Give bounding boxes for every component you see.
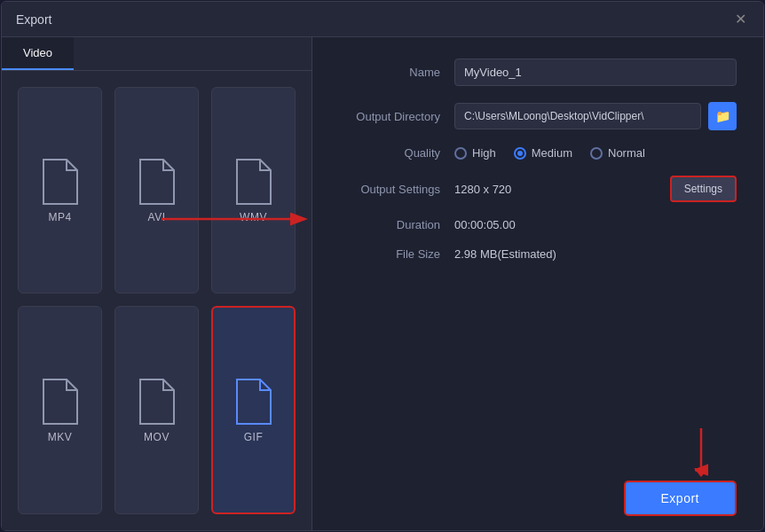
output-settings-value: 1280 x 720 xyxy=(454,183,652,196)
export-button[interactable]: Export xyxy=(624,481,737,516)
file-size-row: File Size 2.98 MB(Estimated) xyxy=(339,247,737,261)
quality-normal-radio[interactable] xyxy=(590,147,603,160)
folder-icon: 📁 xyxy=(715,109,730,123)
quality-row: Quality High Medium xyxy=(339,146,737,160)
output-dir-row: Output Directory 📁 xyxy=(339,102,737,130)
quality-high-option[interactable]: High xyxy=(454,146,496,160)
duration-value: 00:00:05.00 xyxy=(454,218,516,231)
name-label: Name xyxy=(339,66,454,79)
mov-icon xyxy=(137,378,177,426)
dialog-content: Video MP4 xyxy=(2,37,763,530)
settings-button[interactable]: Settings xyxy=(670,176,737,202)
wmv-icon xyxy=(233,158,274,206)
right-panel: Name Output Directory 📁 xyxy=(312,37,763,466)
bottom-bar: Export xyxy=(312,466,763,530)
quality-options: High Medium Normal xyxy=(454,146,737,160)
export-dialog: Export ✕ Video MP4 xyxy=(1,1,764,531)
output-dir-label: Output Directory xyxy=(339,110,454,123)
name-row: Name xyxy=(339,59,737,86)
name-input-wrapper xyxy=(454,59,737,86)
right-area: Name Output Directory 📁 xyxy=(312,37,763,530)
quality-high-radio[interactable] xyxy=(454,147,467,160)
avi-label: AVI xyxy=(148,211,166,223)
quality-normal-label: Normal xyxy=(608,146,645,160)
mov-label: MOV xyxy=(144,431,170,443)
svg-marker-4 xyxy=(694,468,708,477)
left-panel: Video MP4 xyxy=(2,37,312,530)
format-wmv[interactable]: WMV xyxy=(211,87,296,293)
mkv-label: MKV xyxy=(48,431,73,443)
gif-label: GIF xyxy=(244,431,264,443)
title-bar: Export ✕ xyxy=(2,2,763,37)
format-grid: MP4 AVI xyxy=(2,71,312,530)
format-mov[interactable]: MOV xyxy=(114,306,199,514)
duration-row: Duration 00:00:05.00 xyxy=(339,218,737,231)
close-button[interactable]: ✕ xyxy=(731,11,749,28)
mp4-icon xyxy=(40,158,81,206)
format-mp4[interactable]: MP4 xyxy=(18,87,102,293)
tab-bar: Video xyxy=(2,37,312,71)
output-dir-wrapper: 📁 xyxy=(454,102,737,130)
format-mkv[interactable]: MKV xyxy=(18,306,102,514)
format-gif[interactable]: GIF xyxy=(211,306,296,514)
mkv-icon xyxy=(40,378,81,426)
quality-medium-option[interactable]: Medium xyxy=(514,146,572,160)
wmv-label: WMV xyxy=(240,211,267,223)
quality-label: Quality xyxy=(339,146,454,160)
duration-label: Duration xyxy=(339,218,454,231)
name-input[interactable] xyxy=(454,59,737,86)
quality-high-label: High xyxy=(472,146,496,160)
quality-normal-option[interactable]: Normal xyxy=(590,146,645,160)
gif-icon xyxy=(233,378,274,426)
format-avi[interactable]: AVI xyxy=(114,87,199,293)
browse-folder-button[interactable]: 📁 xyxy=(708,102,737,130)
tab-video[interactable]: Video xyxy=(2,37,74,70)
avi-icon xyxy=(137,158,177,206)
quality-medium-radio[interactable] xyxy=(514,147,526,160)
output-settings-label: Output Settings xyxy=(339,183,454,196)
output-dir-input[interactable] xyxy=(454,103,701,129)
output-settings-row: Output Settings 1280 x 720 Settings xyxy=(339,176,737,202)
file-size-value: 2.98 MB(Estimated) xyxy=(454,247,556,261)
radio-group: High Medium Normal xyxy=(454,146,737,160)
mp4-label: MP4 xyxy=(48,211,71,223)
quality-medium-label: Medium xyxy=(532,146,572,160)
file-size-label: File Size xyxy=(339,247,454,261)
dialog-title: Export xyxy=(16,12,51,27)
